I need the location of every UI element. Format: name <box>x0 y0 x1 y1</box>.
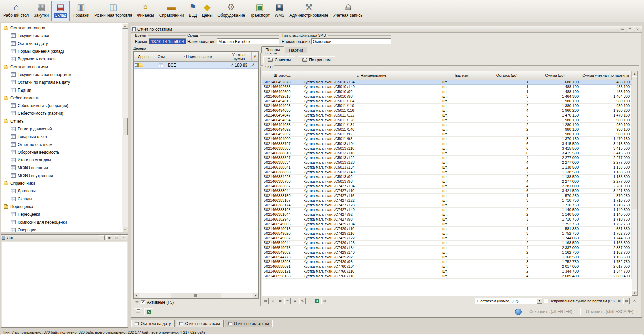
wrong-sum-checkbox[interactable] <box>544 299 548 303</box>
toolbar-item-purchases[interactable]: ▦Закупки <box>31 1 51 21</box>
tree-row[interactable]: + ВСЕ 4 188 83... 4 <box>134 62 258 69</box>
tree-column-header[interactable]: Дерево <box>134 52 155 61</box>
table-row[interactable]: 5021466388797Куртка мал. ткан. /С5013 /1… <box>262 141 632 146</box>
sidebar-item-4-1[interactable]: Склады <box>1 195 122 203</box>
sidebar-item-3-2[interactable]: Отчет по остаткам <box>1 140 122 148</box>
sidebar-item-3-3[interactable]: Оборотная ведомость <box>1 148 122 156</box>
sku-column-header[interactable]: ▲ Наименование <box>302 71 441 80</box>
grid-view-icon[interactable]: ▦ <box>277 298 283 304</box>
table-row[interactable]: 5021466548993Куртка мал. ткан. /С7429 /9… <box>262 259 632 264</box>
scroll-track[interactable] <box>632 76 637 290</box>
close-filter-button[interactable]: ✕ <box>631 298 638 304</box>
table-row[interactable]: 5021466388827Куртка мал. ткан. /С5013 /1… <box>262 155 632 160</box>
toolbar-item-retail[interactable]: ◫Розничная торговля <box>92 1 134 21</box>
scroll-thumb[interactable] <box>171 293 221 298</box>
table-row[interactable]: 5021466383167Куртка мал. ткан. /С7427 /1… <box>262 198 632 203</box>
save-button[interactable]: Сохранить (alt ENTER) <box>524 308 578 315</box>
maximize-button[interactable]: □ <box>114 235 119 240</box>
table-row[interactable]: 5021466382948Куртка мал. ткан. /С7427 /9… <box>262 217 632 222</box>
sidebar-group-0[interactable]: Остатки по товару <box>1 24 122 32</box>
sku-vscrollbar[interactable]: ▲ ▼ <box>632 71 637 296</box>
expand-icon[interactable]: + <box>135 63 138 67</box>
table-row[interactable]: 5021466388834Куртка мал. ткан. /С5013 /1… <box>262 160 632 165</box>
table-row[interactable]: 5021466383044Куртка мал. ткан. /С7427 /1… <box>262 188 632 193</box>
sku-column-header[interactable]: Сумма (до) <box>530 71 580 80</box>
table-row[interactable]: 5021466558138Куртка мал. ткан. /С7760 /1… <box>262 274 632 278</box>
sidebar-item-5-0[interactable]: Переоценки <box>1 210 122 218</box>
list-view-icon[interactable]: ≡ <box>292 298 298 304</box>
columns-icon[interactable]: ▦ <box>616 298 622 304</box>
sidebar-group-2[interactable]: Себестоимость <box>1 94 122 102</box>
sidebar-group-4[interactable]: Справочники <box>1 179 122 187</box>
table-layout-icon[interactable]: ▥ <box>321 298 328 304</box>
sidebar-item-2-0[interactable]: Себестоимость (операции) <box>1 102 122 109</box>
scroll-thumb[interactable] <box>632 76 637 209</box>
sidebar-item-0-0[interactable]: Текущие остатки <box>1 32 122 40</box>
excel-export-button[interactable]: X <box>144 308 153 315</box>
table-row[interactable]: 5021466549037Куртка мал. ткан. /С7429 /1… <box>262 236 632 240</box>
tree-column-header[interactable]: Отм <box>155 52 167 61</box>
window-tab-1[interactable]: Отчет по остаткам <box>176 320 224 327</box>
table-row[interactable]: 5021466388841Куртка мал. ткан. /С5013 /1… <box>262 165 632 170</box>
extra-action-button[interactable] <box>515 309 522 315</box>
sku-column-header[interactable]: Сумма учетная по партиям <box>580 71 632 80</box>
table-row[interactable]: 5021466492678Куртка мал. ткан. /С5010 /1… <box>262 80 632 84</box>
toolbar-item-sales[interactable]: ▥Продажи <box>70 1 92 21</box>
table-row[interactable]: 5021466383150Куртка мал. ткан. /С7427 /1… <box>262 193 632 198</box>
scroll-up-button[interactable]: ▲ <box>122 23 128 29</box>
table-row[interactable]: 5021466383174Куртка мал. ткан. /С7427 /1… <box>262 203 632 207</box>
numbered-list-icon[interactable]: ≣ <box>284 298 291 304</box>
sidebar-item-4-0[interactable]: Договоры <box>1 187 122 195</box>
sidebar-item-0-1[interactable]: Остатки на дату <box>1 40 122 47</box>
export-icon[interactable]: ⊡ <box>307 298 313 304</box>
scroll-left-button[interactable]: ◄ <box>134 293 139 298</box>
stock-filter-select[interactable]: С остатком (кол-во) (F7) ▼ <box>475 298 542 304</box>
popout-button[interactable]: ▣ <box>106 235 112 240</box>
toolbar-item-transport[interactable]: ▣Транспорт <box>248 1 272 21</box>
table-row[interactable]: 5021466494047Куртка мал. ткан. /С5011 /1… <box>262 113 632 118</box>
table-row[interactable]: 5021466388810Куртка мал. ткан. /С5013 /1… <box>262 151 632 155</box>
sku-type-input[interactable]: Основной <box>311 38 391 44</box>
sidebar-item-5-2[interactable]: Операции <box>1 226 122 232</box>
table-row[interactable]: 5021466494085Куртка мал. ткан. /С5011 /1… <box>262 122 632 127</box>
sidebar-group-3[interactable]: Отчеты <box>1 117 122 125</box>
table-row[interactable]: 5021466492685Куртка мал. ткан. /С5010 /1… <box>262 84 632 89</box>
table-row[interactable]: 5021466549082Куртка мал. ткан. /С7429 /1… <box>262 250 632 255</box>
table-row[interactable]: 5021466558091Куртка мал. ткан. /С7760 /1… <box>262 264 632 269</box>
tree-column-header[interactable]: У <box>252 52 258 61</box>
maximize-button[interactable]: □ <box>627 27 633 32</box>
table-edit-icon[interactable]: ▤ <box>262 298 269 304</box>
table-row[interactable]: 5021466544773Куртка мал. ткан. /С7429 /9… <box>262 255 632 259</box>
sidebar-item-1-1[interactable]: Остатки по партиям на дату <box>1 78 122 86</box>
tree-column-header[interactable]: Учетная сумма <box>227 52 252 61</box>
sidebar-item-3-6[interactable]: МСФО внутренний <box>1 172 122 179</box>
sidebar-group-5[interactable]: Переоценка <box>1 203 122 210</box>
table-row[interactable]: 5021466549006Куртка мал. ткан. /С7429 /1… <box>262 222 632 226</box>
print-by-groups-button[interactable]: По группам <box>298 56 335 63</box>
table-row[interactable]: 5021466492616Куртка мал. ткан. /С5010 /9… <box>262 94 632 99</box>
scroll-right-button[interactable]: ► <box>253 293 258 298</box>
table-row[interactable]: 5021466388858Куртка мал. ткан. /С5013 /1… <box>262 170 632 174</box>
table-row[interactable]: 5021466549013Куртка мал. ткан. /С7429 /1… <box>262 226 632 231</box>
table-row[interactable]: 5021466381644Куртка мал. ткан. /С7427 /9… <box>262 212 632 217</box>
table-row[interactable]: 5021466558121Куртка мал. ткан. /С7760 /1… <box>262 269 632 274</box>
warehouse-input[interactable]: Магазин Витебск <box>217 38 279 44</box>
table-row[interactable]: 5021466494092Куртка мал. ткан. /С5011 /1… <box>262 127 632 132</box>
scroll-track[interactable] <box>122 29 128 227</box>
table-row[interactable]: 5021466384225Куртка мал. ткан. /С5013 /9… <box>262 174 632 179</box>
table-row[interactable]: 5021466494030Куртка мал. ткан. /С5011 /1… <box>262 108 632 113</box>
sku-column-header[interactable]: Остаток (до) <box>484 71 530 80</box>
table-row[interactable]: 5021466494009Куртка мал. ткан. /С5011 /9… <box>262 136 632 141</box>
table-row[interactable]: 5021466383037Куртка мал. ткан. /С7427 /1… <box>262 184 632 188</box>
toolbar-item-foreign-trade[interactable]: ⚑ВЭД <box>186 1 199 21</box>
time-input[interactable]: 13.10.14 15:59:04 <box>149 38 186 44</box>
toolbar-item-wms[interactable]: ▦WMS <box>272 1 287 21</box>
toolbar-item-references[interactable]: ▬Справочники <box>157 1 186 21</box>
toolbar-item-prices[interactable]: ◆Цены <box>200 1 215 21</box>
toolbar-item-administration[interactable]: ⚒Администрирование <box>287 1 330 21</box>
scroll-thumb[interactable] <box>122 118 128 135</box>
sidebar-item-3-0[interactable]: Регистр движений <box>1 125 122 133</box>
sidebar-scrollbar[interactable]: ▲ ▼ <box>122 23 128 232</box>
table-row[interactable]: 5021466494054Куртка мал. ткан. /С5011 /1… <box>262 118 632 122</box>
window-tab-0[interactable]: Остатки на дату <box>131 320 175 327</box>
